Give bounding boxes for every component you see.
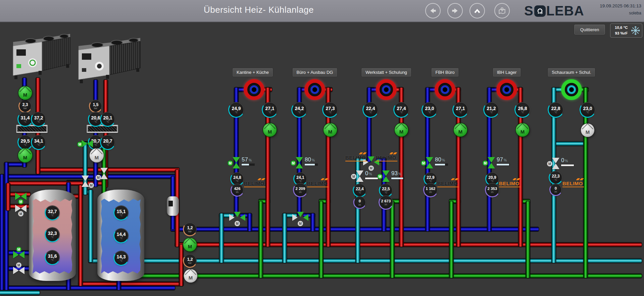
heating-circuit-icon[interactable] [244, 79, 264, 100]
zone1-supply-temp: 24,9°C [229, 103, 243, 117]
zone3-branch-a-temp: 22,4°C [354, 184, 366, 196]
pipe-segment [526, 201, 530, 278]
distribution-pump-cooling[interactable]: M [184, 269, 197, 283]
zone1-mixing-valve[interactable] [229, 211, 245, 221]
zone3-pump[interactable]: M [395, 123, 408, 137]
valve-motor[interactable]: M [298, 221, 303, 227]
chiller-2-image[interactable] [74, 29, 143, 86]
distribution-pump-heating[interactable]: M [183, 238, 197, 251]
belimo-logo: BELIMO [376, 155, 396, 160]
zone-header-buero-ausbau[interactable]: Büro + Ausbau DG [292, 68, 338, 77]
zone4-pump[interactable]: M [454, 123, 467, 137]
chiller2-circuit-pump[interactable]: M [90, 148, 104, 162]
heating-circuit-icon[interactable] [304, 79, 325, 100]
pipe-segment [79, 185, 83, 286]
pipe-segment [449, 201, 453, 278]
valve-motor[interactable]: M [547, 161, 553, 167]
heating-circuit-icon[interactable] [435, 79, 455, 100]
logo-text: LEBA [546, 3, 584, 18]
zone6-pump[interactable]: M [581, 124, 594, 137]
acknowledge-button[interactable]: Quittieren [574, 24, 605, 35]
heating-circuit-icon[interactable] [496, 79, 517, 100]
chiller-1-image[interactable] [8, 25, 72, 82]
nav-back-button[interactable] [425, 3, 441, 18]
chiller2-temp-badge: 20,1°C [101, 112, 114, 126]
zone3-branch-a-flow: 0l/h [354, 197, 365, 208]
valve-motor[interactable]: M [16, 247, 22, 252]
zone5-supply-temp: 21,2°C [484, 103, 498, 117]
zone2-valve-position: 80% [305, 156, 317, 165]
belimo-logo: BELIMO [307, 181, 328, 186]
pipe-segment [367, 88, 371, 162]
datetime-display: 19.09.2025 06:31:13 soleba [600, 2, 641, 16]
snowflake-icon [631, 26, 640, 36]
zone2-mixing-valve[interactable] [292, 211, 308, 221]
pipe-segment [319, 201, 323, 278]
vessel-label-plate [168, 201, 173, 206]
pipe-segment [79, 282, 183, 286]
soleba-logo: SLEBA [524, 3, 584, 18]
heating-circuit-icon[interactable] [376, 79, 397, 100]
zone1-return-temp: 27,1°C [263, 103, 277, 117]
zone5-return-temp: 26,8°C [515, 103, 530, 117]
tank-warm-temp-top: 32,7°C [46, 206, 59, 219]
valve-port [297, 212, 304, 217]
valve-motor[interactable]: M [235, 221, 240, 227]
valve-motor[interactable]: M [228, 160, 233, 166]
nav-sitemap-button[interactable] [494, 3, 510, 18]
zone3-supply-temp: 22,4°C [363, 103, 378, 117]
zone1-pump[interactable]: M [263, 123, 277, 137]
soleba-logo-o-icon [534, 5, 546, 17]
valve-motor[interactable]: M [16, 262, 22, 268]
pipe-segment [259, 201, 263, 278]
main-pipe-cold-return [171, 227, 539, 231]
valve-motor[interactable]: M [483, 160, 488, 166]
hmi-screen: M 2,3bar 31,4°C 37,2°C 29,5°C 34,1°C M 1… [0, 0, 644, 296]
valve-motor[interactable]: M [77, 142, 83, 147]
zone3-return-temp: 27,4°C [394, 103, 408, 117]
zone5-pump[interactable]: M [516, 123, 529, 137]
nav-forward-button[interactable] [447, 3, 463, 18]
zone5-valve-position: 97% [497, 156, 509, 165]
main-pipe-hot [175, 243, 642, 247]
chevron-up-icon [473, 6, 482, 15]
valve-motor[interactable]: M [89, 183, 94, 188]
valve-motor[interactable]: M [351, 174, 357, 180]
zone1-valve-position: 57% [242, 156, 254, 165]
zone2-supply-temp: 24,2°C [292, 103, 306, 117]
chiller1-pump[interactable]: M [18, 86, 32, 100]
pipe-segment [94, 80, 98, 187]
zone-header-kantine-kueche[interactable]: Kantine + Küche [232, 68, 273, 77]
zone6-valve-position: 0% [561, 157, 574, 166]
outdoor-conditions-panel[interactable]: 10,6 °C 93 %rF [610, 23, 642, 38]
zone-header-ibh-lager[interactable]: IBH Lager [493, 68, 521, 77]
zone-header-werkstatt-schulung[interactable]: Werkstatt + Schulung [361, 68, 411, 77]
chiller1-circuit-pump[interactable]: M [18, 148, 32, 162]
pipe-segment [0, 175, 4, 290]
cooling-circuit-icon[interactable] [561, 79, 582, 100]
zone2-pump[interactable]: M [324, 123, 337, 137]
nav-up-button[interactable] [469, 3, 485, 18]
zone-header-schauraum[interactable]: Schauraum + Schul. [547, 68, 595, 77]
pipe-segment [219, 213, 224, 263]
valve-motor[interactable]: M [18, 211, 24, 217]
outdoor-humidity: 93 %rF [612, 31, 631, 36]
valve-motor[interactable]: M [291, 160, 296, 166]
zone6-flow-badge: 0l/h [550, 184, 561, 195]
valve-motor[interactable]: M [18, 199, 24, 205]
valve-motor[interactable]: M [421, 160, 427, 166]
belimo-logo: BELIMO [499, 181, 519, 186]
pipe-segment [311, 213, 315, 231]
zone2-flow-badge: 2 209l/h [294, 184, 307, 196]
valve-motor[interactable]: M [96, 175, 101, 181]
zone6-supply-temp: 22,8°C [549, 103, 563, 117]
zone6-return-temp: 23,0°C [581, 103, 595, 117]
zone3-branch-b-flow: 2 673l/h [380, 196, 392, 209]
arrow-left-icon [429, 6, 437, 15]
circuit-inner-ring [382, 85, 391, 94]
circuit-inner-ring [567, 85, 576, 94]
logged-in-user: soleba [600, 10, 641, 16]
zone-header-fbh-buero[interactable]: FBH Büro [431, 68, 459, 77]
distribution-pressure-badge: 1,2bar [184, 223, 196, 235]
valve-motor[interactable]: M [377, 174, 383, 180]
